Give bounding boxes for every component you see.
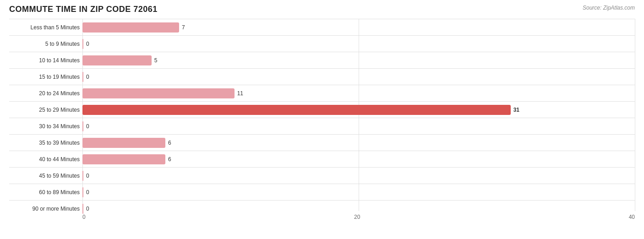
bar-label: 15 to 19 Minutes	[9, 74, 82, 80]
bar-fill	[82, 171, 83, 181]
bar-label: 45 to 59 Minutes	[9, 173, 82, 179]
bar-value-label: 6	[168, 156, 171, 163]
grid-line	[635, 19, 635, 211]
bar-value-label: 0	[86, 41, 89, 47]
bar-label: 10 to 14 Minutes	[9, 57, 82, 64]
bar-track: 31	[82, 105, 635, 115]
bar-label: 25 to 29 Minutes	[9, 107, 82, 113]
bar-value-label: 11	[237, 90, 243, 97]
x-axis: 02040	[82, 212, 635, 220]
bar-label: 20 to 24 Minutes	[9, 90, 82, 97]
bar-track: 11	[82, 88, 635, 98]
bar-fill	[82, 138, 165, 148]
x-tick: 40	[629, 214, 635, 220]
bar-track: 5	[82, 55, 635, 65]
source-label: Source: ZipAtlas.com	[583, 5, 635, 11]
chart-title: COMMUTE TIME IN ZIP CODE 72061	[9, 5, 635, 14]
bar-label: 35 to 39 Minutes	[9, 140, 82, 146]
table-row: 30 to 34 Minutes0	[9, 118, 635, 134]
bar-track: 6	[82, 138, 635, 148]
table-row: 25 to 29 Minutes31	[9, 101, 635, 118]
bar-track: 0	[82, 121, 635, 131]
bar-value-label: 0	[86, 206, 89, 212]
table-row: Less than 5 Minutes7	[9, 19, 635, 35]
bar-label: 30 to 34 Minutes	[9, 123, 82, 130]
table-row: 40 to 44 Minutes6	[9, 151, 635, 167]
bar-label: 40 to 44 Minutes	[9, 156, 82, 163]
bar-value-label: 0	[86, 173, 89, 179]
table-row: 20 to 24 Minutes11	[9, 85, 635, 101]
bar-value-label: 7	[182, 24, 185, 31]
bar-value-label: 31	[513, 107, 519, 113]
table-row: 5 to 9 Minutes0	[9, 35, 635, 52]
bar-track: 0	[82, 72, 635, 82]
bar-value-label: 5	[154, 57, 158, 64]
table-row: 60 to 89 Minutes0	[9, 184, 635, 200]
bar-fill	[82, 72, 83, 82]
bar-value-label: 0	[86, 123, 89, 130]
table-row: 35 to 39 Minutes6	[9, 134, 635, 151]
x-tick: 0	[82, 214, 86, 220]
bar-fill	[82, 88, 235, 98]
bar-label: 60 to 89 Minutes	[9, 189, 82, 196]
bar-fill	[82, 105, 511, 115]
bar-track: 7	[82, 22, 635, 33]
bar-track: 0	[82, 171, 635, 181]
bar-fill	[82, 55, 152, 65]
bar-fill	[82, 22, 179, 33]
table-row: 45 to 59 Minutes0	[9, 167, 635, 184]
chart-container: COMMUTE TIME IN ZIP CODE 72061 Source: Z…	[0, 0, 644, 239]
table-row: 15 to 19 Minutes0	[9, 68, 635, 85]
bar-value-label: 6	[168, 140, 171, 146]
bar-track: 0	[82, 187, 635, 197]
bar-fill	[82, 121, 83, 131]
bar-value-label: 0	[86, 189, 89, 196]
bar-fill	[82, 187, 83, 197]
x-tick: 20	[354, 214, 360, 220]
chart-area: Less than 5 Minutes75 to 9 Minutes010 to…	[9, 19, 635, 220]
table-row: 10 to 14 Minutes5	[9, 52, 635, 68]
bar-track: 0	[82, 39, 635, 49]
bar-label: 90 or more Minutes	[9, 206, 82, 212]
bar-label: 5 to 9 Minutes	[9, 41, 82, 47]
bar-value-label: 0	[86, 74, 89, 80]
bar-fill	[82, 154, 165, 164]
bar-track: 6	[82, 154, 635, 164]
bar-fill	[82, 39, 83, 49]
bar-label: Less than 5 Minutes	[9, 24, 82, 31]
